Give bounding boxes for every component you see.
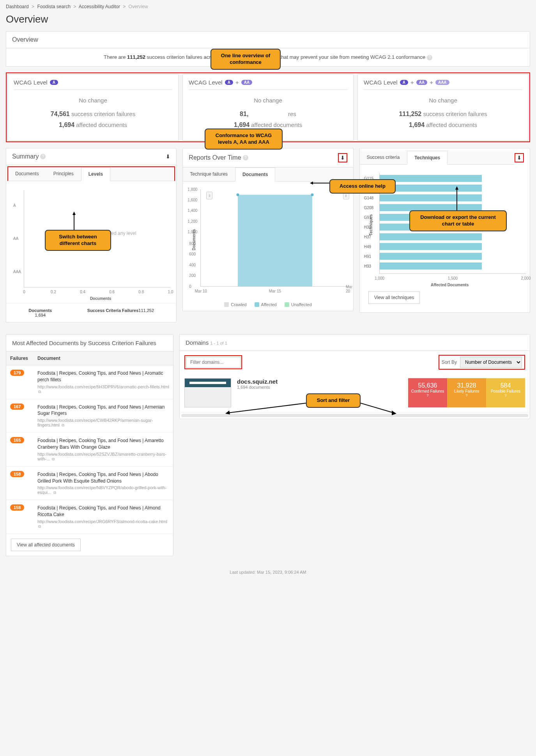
summary-title: Summary — [12, 153, 39, 160]
doc-title: Foodista | Recipes, Cooking Tips, and Fo… — [37, 505, 169, 518]
table-row[interactable]: 158 Foodista | Recipes, Cooking Tips, an… — [6, 466, 173, 500]
tab-techniques[interactable]: Techniques — [407, 151, 448, 165]
hbar-label: G208 — [364, 205, 373, 210]
doc-url: http://www.foodista.com/recipe/5H3DPRV6/… — [37, 384, 169, 394]
callout-wcag: Conformance to WCAG levels A, AA and AAA — [205, 129, 283, 150]
domains-title: Domains — [186, 339, 209, 346]
tab-documents[interactable]: Documents — [8, 167, 46, 181]
hbar-label: H49 — [364, 244, 371, 248]
possible-failures: 584Possible Failures? — [486, 378, 525, 407]
external-link-icon: ⧉ — [53, 490, 56, 495]
tab-success-criteria[interactable]: Success criteria — [360, 151, 407, 164]
most-affected-panel: Most Affected Documents by Success Crite… — [6, 334, 173, 556]
affected-table: Failures Document 179 Foodista | Recipes… — [6, 352, 173, 534]
external-link-icon: ⧉ — [38, 524, 41, 529]
overview-header: Overview — [6, 32, 530, 48]
external-link-icon: ⧉ — [52, 457, 55, 461]
hbar-label: H30 — [364, 225, 371, 229]
doc-title: Foodista | Recipes, Cooking Tips, and Fo… — [37, 404, 169, 417]
hbar-label: G91 — [364, 215, 371, 219]
fail-badge: 158 — [10, 504, 24, 511]
reports-title: Reports Over Time — [189, 154, 241, 161]
breadcrumb-auditor[interactable]: Accessibility Auditor — [79, 4, 120, 9]
hbar-label: H93 — [364, 264, 371, 268]
sort-by-select[interactable]: Number of Documents — [460, 357, 522, 368]
callout-overview: One line overview of conformance — [211, 49, 281, 70]
breadcrumb: Dashboard > Foodista search > Accessibil… — [6, 4, 530, 9]
tab-technique-failures[interactable]: Technique failures — [183, 167, 235, 181]
breadcrumb-dashboard[interactable]: Dashboard — [6, 4, 29, 9]
svg-line-6 — [228, 403, 306, 413]
wcag-card-a: WCAG Level A No change 74,561 success cr… — [7, 74, 179, 141]
reports-panel: Reports Over Time? ⬇ Technique failures … — [182, 148, 353, 311]
confirmed-failures: 55,636Confirmed Failures? — [408, 378, 447, 407]
external-link-icon: ⧉ — [38, 389, 41, 394]
likely-failures: 31,928Likely Failures? — [447, 378, 486, 407]
area-chart: 0 200 400 600 800 1,000 1,200 1,400 1,60… — [200, 189, 349, 287]
tab-levels[interactable]: Levels — [81, 167, 110, 181]
tab-principles[interactable]: Principles — [46, 167, 81, 181]
table-row[interactable]: 165 Foodista | Recipes, Cooking Tips, an… — [6, 433, 173, 467]
breadcrumb-foodista[interactable]: Foodista search — [37, 4, 70, 9]
view-all-documents-button[interactable]: View all affected documents — [11, 539, 81, 551]
doc-url: http://www.foodista.com/recipe/NBVYZPQR/… — [37, 485, 169, 495]
svg-marker-1 — [310, 182, 313, 185]
doc-url: http://www.foodista.com/recipe/CWB42RKP/… — [37, 418, 169, 428]
view-all-techniques-button[interactable]: View all techniques — [368, 291, 420, 304]
badge-aaa: AAA — [435, 80, 449, 85]
badge-a: A — [400, 80, 408, 85]
badge-aa: AA — [241, 80, 252, 85]
doc-title: Foodista | Recipes, Cooking Tips, and Fo… — [37, 471, 169, 485]
table-row[interactable]: 158 Foodista | Recipes, Cooking Tips, an… — [6, 500, 173, 534]
svg-line-8 — [361, 403, 394, 413]
hbar-label: G148 — [364, 196, 373, 200]
hbar — [380, 263, 482, 270]
hbar — [380, 204, 482, 211]
page-title: Overview — [6, 13, 530, 25]
last-updated: Last updated: Mar 15, 2023, 9:06:24 AM — [6, 570, 530, 574]
svg-marker-3 — [455, 186, 458, 190]
help-icon[interactable]: ? — [243, 155, 248, 160]
callout-download: Download or export the current chart or … — [409, 210, 507, 231]
download-icon[interactable]: ⬇ — [338, 153, 347, 162]
help-icon[interactable]: ? — [40, 154, 46, 159]
download-icon[interactable]: ⬇ — [515, 153, 524, 162]
callout-sort: Sort and filter — [306, 393, 361, 408]
most-affected-title: Most Affected Documents by Success Crite… — [6, 335, 173, 352]
badge-a: A — [225, 80, 233, 85]
fail-badge: 167 — [10, 404, 24, 410]
badge-aa: AA — [416, 80, 427, 85]
fail-badge: 179 — [10, 370, 24, 376]
hbar — [380, 194, 482, 201]
doc-title: Foodista | Recipes, Cooking Tips, and Fo… — [37, 370, 169, 383]
hbar-label: H91 — [364, 254, 371, 258]
breadcrumb-current: Overview — [129, 4, 148, 9]
hbar — [380, 243, 482, 250]
download-icon[interactable]: ⬇ — [166, 153, 170, 160]
doc-title: Foodista | Recipes, Cooking Tips, and Fo… — [37, 437, 169, 451]
table-row[interactable]: 167 Foodista | Recipes, Cooking Tips, an… — [6, 399, 173, 433]
doc-url: http://www.foodista.com/recipe/JRG6RYFS/… — [37, 519, 169, 529]
help-icon[interactable]: ? — [427, 55, 432, 60]
filter-domains-input[interactable] — [186, 357, 241, 368]
doc-url: http://www.foodista.com/recipe/52SZVJBZ/… — [37, 452, 169, 462]
svg-marker-9 — [392, 411, 396, 415]
summary-tabs: Documents Principles Levels — [7, 166, 175, 181]
fail-badge: 165 — [10, 437, 24, 443]
callout-help: Access online help — [329, 179, 396, 194]
hbar — [380, 233, 482, 240]
hbar — [380, 253, 482, 260]
table-row[interactable]: 179 Foodista | Recipes, Cooking Tips, an… — [6, 365, 173, 399]
badge-a: A — [50, 80, 58, 85]
hbar-label: H37 — [364, 234, 371, 239]
svg-marker-5 — [73, 211, 76, 215]
tab-documents[interactable]: Documents — [235, 167, 275, 182]
fail-badge: 158 — [10, 471, 24, 477]
svg-marker-7 — [225, 411, 230, 414]
callout-switch: Switch between different charts — [45, 230, 111, 251]
external-link-icon: ⧉ — [62, 423, 64, 427]
wcag-card-aaa: WCAG Level A+AA+AAA No change 111,252 su… — [357, 74, 529, 141]
